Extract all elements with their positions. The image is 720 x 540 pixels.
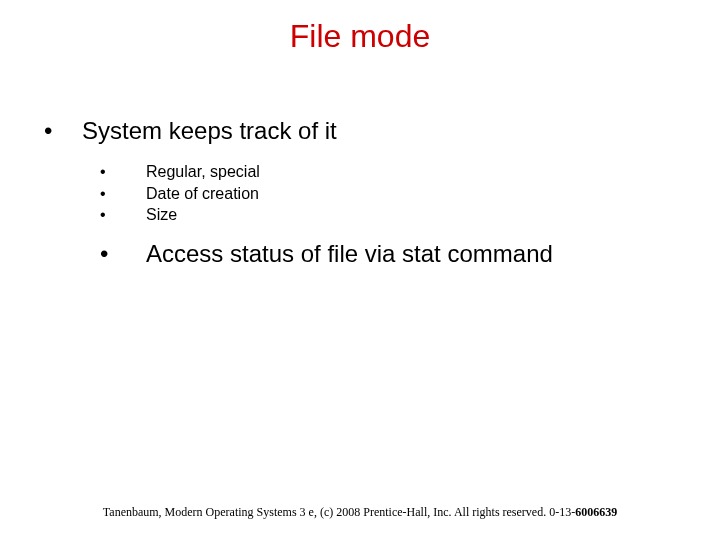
bullet-text: Access status of file via stat command bbox=[146, 240, 553, 268]
slide-content: • System keeps track of it • Regular, sp… bbox=[0, 55, 720, 268]
bullet-mark: • bbox=[98, 204, 146, 226]
sub-bullet: • Size bbox=[98, 204, 668, 226]
bullet-mark: • bbox=[38, 117, 82, 145]
bullet-mark: • bbox=[98, 183, 146, 205]
bullet-text: System keeps track of it bbox=[82, 117, 337, 145]
footer-isbn-tail: 6006639 bbox=[575, 505, 617, 519]
bullet-text: Regular, special bbox=[146, 161, 260, 183]
slide: File mode • System keeps track of it • R… bbox=[0, 0, 720, 540]
bullet-text: Size bbox=[146, 204, 177, 226]
bullet-text: Date of creation bbox=[146, 183, 259, 205]
footer: Tanenbaum, Modern Operating Systems 3 e,… bbox=[0, 505, 720, 520]
bullet-mark: • bbox=[98, 161, 146, 183]
sub-bullet: • Date of creation bbox=[98, 183, 668, 205]
bullet-lvl1: • System keeps track of it bbox=[38, 117, 668, 145]
slide-title: File mode bbox=[0, 18, 720, 55]
bullet-mark: • bbox=[98, 240, 146, 268]
spacer bbox=[98, 226, 668, 240]
sub-bullet: • Regular, special bbox=[98, 161, 668, 183]
sub-bullets: • Regular, special • Date of creation • … bbox=[38, 161, 668, 268]
sub-bullet-large: • Access status of file via stat command bbox=[98, 240, 668, 268]
footer-text: Tanenbaum, Modern Operating Systems 3 e,… bbox=[103, 505, 575, 519]
